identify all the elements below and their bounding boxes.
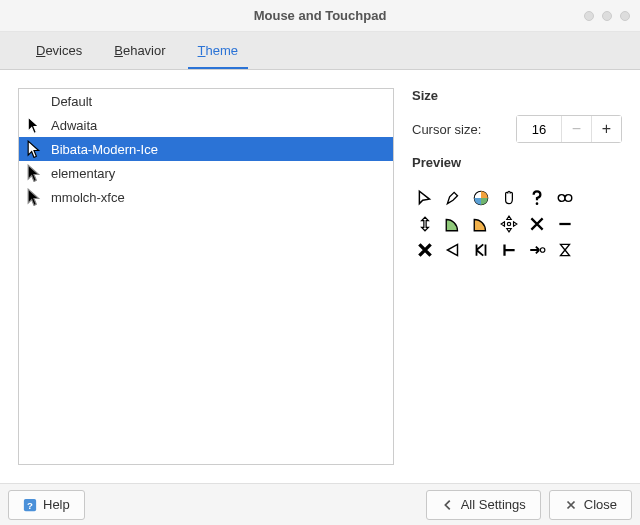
cursor-pen-icon <box>440 186 466 210</box>
svg-point-2 <box>558 195 565 202</box>
cursor-size-row: Cursor size: − + <box>412 115 622 143</box>
maximize-button[interactable] <box>602 11 612 21</box>
cursor-size-input[interactable] <box>517 116 561 142</box>
cursor-size-spinner: − + <box>516 115 622 143</box>
cursor-size-increment[interactable]: + <box>591 116 621 142</box>
svg-rect-5 <box>559 223 570 225</box>
theme-row[interactable]: Default <box>19 89 393 113</box>
close-button[interactable]: Close <box>549 490 632 520</box>
help-button[interactable]: ? Help <box>8 490 85 520</box>
cursor-preview-grid <box>412 182 622 262</box>
content-area: Default Adwaita Bibata-Modern-Ice elemen… <box>0 70 640 483</box>
tab-behavior[interactable]: Behavior <box>98 32 181 69</box>
cursor-pie-orange-icon <box>468 212 494 236</box>
cursor-vresize-icon <box>412 212 438 236</box>
theme-list[interactable]: Default Adwaita Bibata-Modern-Ice elemen… <box>18 88 394 465</box>
size-section-title: Size <box>412 88 622 103</box>
cursor-spinner-icon <box>468 186 494 210</box>
cursor-size-label: Cursor size: <box>412 122 506 137</box>
cursor-icon <box>27 94 41 108</box>
close-icon <box>564 498 578 512</box>
cursor-minus-icon <box>552 212 578 236</box>
cursor-pie-green-icon <box>440 212 466 236</box>
tab-theme-rest: heme <box>206 43 239 58</box>
cursor-move-icon <box>496 212 522 236</box>
right-pane: Size Cursor size: − + Preview <box>412 88 622 465</box>
footer: ? Help All Settings Close <box>0 483 640 525</box>
window-controls <box>584 11 630 21</box>
theme-name: mmolch-xfce <box>51 190 125 205</box>
cursor-question-icon <box>524 186 550 210</box>
cursor-pointer-icon <box>412 186 438 210</box>
window-title: Mouse and Touchpad <box>254 8 387 23</box>
tab-behavior-rest: ehavior <box>123 43 166 58</box>
help-label: Help <box>43 497 70 512</box>
cursor-hand-icon <box>496 186 522 210</box>
tab-theme[interactable]: Theme <box>182 32 254 69</box>
svg-point-4 <box>507 222 510 225</box>
close-window-button[interactable] <box>620 11 630 21</box>
cursor-icon <box>27 190 41 204</box>
cursor-icon <box>27 142 41 156</box>
cursor-split-icon <box>468 238 494 262</box>
cursor-x-thick-icon <box>412 238 438 262</box>
all-settings-button[interactable]: All Settings <box>426 490 541 520</box>
cursor-arrow-right-icon <box>524 238 550 262</box>
titlebar: Mouse and Touchpad <box>0 0 640 32</box>
theme-name: elementary <box>51 166 115 181</box>
cursor-tee-icon <box>496 238 522 262</box>
minimize-button[interactable] <box>584 11 594 21</box>
theme-row[interactable]: elementary <box>19 161 393 185</box>
svg-point-1 <box>536 202 539 205</box>
svg-point-6 <box>540 248 545 253</box>
cursor-triangle-icon <box>440 238 466 262</box>
theme-row[interactable]: mmolch-xfce <box>19 185 393 209</box>
theme-row[interactable]: Bibata-Modern-Ice <box>19 137 393 161</box>
cursor-x-thin-icon <box>524 212 550 236</box>
close-label: Close <box>584 497 617 512</box>
svg-point-3 <box>565 195 572 202</box>
cursor-link-icon <box>552 186 578 210</box>
chevron-left-icon <box>441 498 455 512</box>
svg-text:?: ? <box>27 499 33 510</box>
tab-devices-rest: evices <box>45 43 82 58</box>
cursor-size-decrement[interactable]: − <box>561 116 591 142</box>
help-icon: ? <box>23 498 37 512</box>
preview-section-title: Preview <box>412 155 622 170</box>
theme-name: Adwaita <box>51 118 97 133</box>
theme-name: Bibata-Modern-Ice <box>51 142 158 157</box>
tab-bar: Devices Behavior Theme <box>0 32 640 70</box>
tab-devices[interactable]: Devices <box>20 32 98 69</box>
cursor-icon <box>27 166 41 180</box>
theme-name: Default <box>51 94 92 109</box>
cursor-hourglass-icon <box>552 238 578 262</box>
all-settings-label: All Settings <box>461 497 526 512</box>
theme-row[interactable]: Adwaita <box>19 113 393 137</box>
cursor-icon <box>27 118 41 132</box>
